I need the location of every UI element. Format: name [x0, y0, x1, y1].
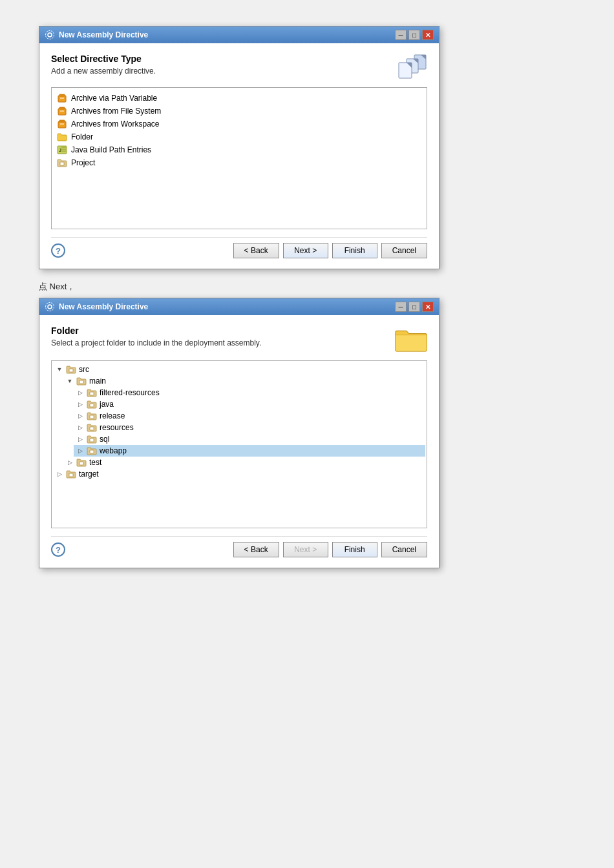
folder-open-icon: [87, 399, 97, 409]
minimize-button[interactable]: ─: [395, 30, 407, 40]
svg-rect-33: [79, 462, 83, 465]
dialog2-footer: ? < Back Next > Finish Cancel: [51, 536, 427, 560]
header-text: Select Directive Type Add a new assembly…: [51, 54, 156, 76]
svg-point-1: [46, 31, 54, 39]
tree-item[interactable]: ▼ src: [53, 364, 425, 375]
list-item[interactable]: Archives from Workspace: [54, 118, 424, 130]
dialog1-title: New Assembly Directive: [59, 30, 148, 39]
back-button[interactable]: < Back: [233, 542, 279, 557]
dialog2-subtext: Select a project folder to include in th…: [51, 338, 261, 347]
close-button[interactable]: ✕: [422, 302, 434, 312]
dialog1-subtext: Add a new assembly directive.: [51, 67, 156, 76]
dialog2-title: New Assembly Directive: [59, 302, 148, 311]
list-item[interactable]: J Java Build Path Entries: [54, 143, 424, 156]
titlebar-controls: ─ □ ✕: [395, 30, 434, 40]
directive-type-list: Archive via Path Variable Archives from …: [51, 87, 427, 229]
footer-buttons: < Back Next > Finish Cancel: [233, 542, 427, 557]
finish-button[interactable]: Finish: [332, 243, 377, 258]
tree-item[interactable]: ▼ main: [63, 375, 425, 387]
tree-item-label: release: [100, 411, 125, 420]
cancel-button[interactable]: Cancel: [381, 243, 427, 258]
tree-item[interactable]: ▷ target: [53, 468, 425, 480]
tree-item-label: test: [89, 458, 101, 467]
folder-open-icon: [76, 376, 87, 386]
header-text: Folder Select a project folder to includ…: [51, 326, 261, 347]
svg-point-23: [48, 305, 52, 309]
list-item[interactable]: Archives from File System: [54, 105, 424, 118]
next-button[interactable]: Next >: [283, 243, 328, 258]
dialog1-heading: Select Directive Type: [51, 54, 156, 64]
dialog1-titlebar: New Assembly Directive ─ □ ✕: [39, 26, 439, 43]
folder-open-icon: [87, 411, 97, 421]
svg-rect-28: [90, 404, 94, 407]
footer-buttons: < Back Next > Finish Cancel: [233, 243, 427, 258]
dialog2-heading: Folder: [51, 326, 261, 336]
titlebar-controls: ─ □ ✕: [395, 302, 434, 312]
list-item-label: Archives from File System: [71, 107, 161, 116]
dialog1-header: Select Directive Type Add a new assembly…: [51, 54, 427, 79]
folder-open-icon: [87, 434, 97, 444]
tree-item[interactable]: ▷ sql: [74, 433, 425, 445]
expand-arrow: ▷: [76, 412, 84, 420]
dialog1: New Assembly Directive ─ □ ✕ Select Dire…: [39, 26, 439, 269]
tree-item[interactable]: ▷ release: [74, 410, 425, 422]
list-item[interactable]: Folder: [54, 130, 424, 143]
folder-large-icon: [394, 326, 427, 353]
finish-button[interactable]: Finish: [332, 542, 377, 557]
folder-open-icon: [66, 469, 76, 479]
svg-rect-34: [69, 473, 73, 477]
list-item-label: Archives from Workspace: [71, 119, 159, 129]
svg-rect-25: [69, 369, 73, 372]
archive-icon: [57, 93, 67, 103]
expand-arrow: ▷: [76, 424, 84, 431]
list-item[interactable]: Archive via Path Variable: [54, 92, 424, 105]
tree-item[interactable]: ▷ java: [74, 398, 425, 410]
svg-rect-11: [58, 108, 66, 115]
back-button[interactable]: < Back: [233, 243, 279, 258]
tree-item-label: sql: [100, 435, 109, 444]
next-button[interactable]: Next >: [283, 542, 328, 557]
svg-point-24: [46, 303, 54, 311]
close-button[interactable]: ✕: [422, 30, 434, 40]
java-icon: J: [57, 145, 67, 155]
expand-arrow: ▷: [76, 435, 84, 443]
svg-rect-8: [58, 96, 66, 102]
expand-arrow: ▷: [76, 400, 84, 408]
tree-item[interactable]: ▷ resources: [74, 422, 425, 433]
restore-button[interactable]: □: [408, 302, 420, 312]
tree-item-selected[interactable]: ▷ webapp: [74, 445, 425, 457]
help-button[interactable]: ?: [51, 243, 65, 258]
dialog2-header: Folder Select a project folder to includ…: [51, 326, 427, 353]
help-button[interactable]: ?: [51, 542, 65, 557]
tree-item-label: java: [100, 400, 114, 409]
tree-item-label: src: [79, 365, 89, 374]
svg-rect-9: [59, 94, 65, 96]
titlebar-left: New Assembly Directive: [45, 30, 148, 40]
list-item-label: Folder: [71, 132, 93, 141]
minimize-button[interactable]: ─: [395, 302, 407, 312]
folder-open-icon: [87, 446, 97, 456]
svg-rect-22: [60, 162, 64, 165]
tree-item-label: webapp: [100, 446, 127, 455]
folder-open-icon: [66, 364, 76, 375]
svg-point-0: [48, 33, 52, 37]
tree-item-label: resources: [100, 423, 134, 432]
cancel-button[interactable]: Cancel: [381, 542, 427, 557]
restore-button[interactable]: □: [408, 30, 420, 40]
svg-rect-31: [90, 439, 94, 442]
folder-icon: [57, 132, 67, 142]
svg-rect-32: [90, 450, 94, 453]
tree-item-label: target: [79, 470, 99, 479]
tree-item[interactable]: ▷ test: [63, 457, 425, 468]
svg-rect-27: [90, 392, 94, 395]
dialog2-titlebar: New Assembly Directive ─ □ ✕: [39, 298, 439, 315]
expand-arrow: ▷: [66, 459, 74, 466]
tree-item-label: filtered-resources: [100, 388, 160, 397]
dialog1-body: Select Directive Type Add a new assembly…: [39, 43, 439, 269]
svg-text:J: J: [59, 148, 61, 152]
tree-item[interactable]: ▷ filtered-resources: [74, 387, 425, 398]
list-item-label: Project: [71, 158, 95, 167]
gear-icon: [45, 30, 55, 40]
list-item[interactable]: Project: [54, 156, 424, 169]
assembly-directive-icon: [396, 54, 427, 79]
